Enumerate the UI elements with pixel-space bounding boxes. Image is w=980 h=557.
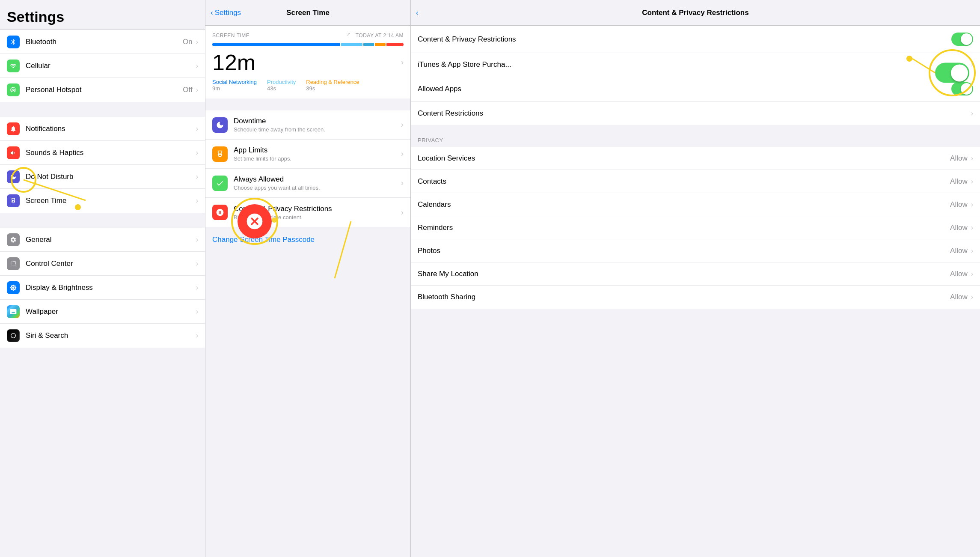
cp-allowed-apps-label: Allowed Apps <box>418 85 951 93</box>
alwaysallowed-chevron: › <box>401 179 404 188</box>
cp-reminders-label: Reminders <box>418 223 950 232</box>
option-alwaysallowed[interactable]: Always Allowed Choose apps you want at a… <box>205 169 410 198</box>
wallpaper-chevron: › <box>196 308 198 316</box>
cp-photos-chevron: › <box>971 247 973 255</box>
settings-item-siri[interactable]: Siri & Search › <box>0 324 205 348</box>
cp-share-location-chevron: › <box>971 270 973 278</box>
cp-share-location-value: Allow <box>950 270 968 278</box>
time-display-chevron: › <box>401 58 404 67</box>
cp-item-photos[interactable]: Photos Allow › <box>411 239 980 262</box>
cp-itunes-label: iTunes & App Store Purcha... <box>418 60 971 69</box>
siri-label: Siri & Search <box>26 331 196 340</box>
connectivity-list: Bluetooth On › Cellular › Personal Hotsp… <box>0 30 205 102</box>
donotdisturb-chevron: › <box>196 173 198 181</box>
cp-photos-label: Photos <box>418 247 950 255</box>
legend-social: Social Networking 9m <box>212 79 257 92</box>
downtime-text: Downtime Schedule time away from the scr… <box>234 117 401 133</box>
option-contentprivacy[interactable]: Content & Privacy Restrictions Block ina… <box>205 198 410 227</box>
cp-calendars-chevron: › <box>971 201 973 209</box>
cp-item-calendars[interactable]: Calendars Allow › <box>411 193 980 216</box>
settings-item-hotspot[interactable]: Personal Hotspot Off › <box>0 78 205 102</box>
notifications-icon <box>7 122 20 135</box>
cp-content-restrictions-chevron: › <box>971 110 973 117</box>
settings-item-donotdisturb[interactable]: Do Not Disturb › <box>0 165 205 189</box>
cp-bluetooth-label: Bluetooth Sharing <box>418 293 950 301</box>
cp-nav-title: Content & Privacy Restrictions <box>642 9 748 17</box>
bar-reading <box>363 43 374 46</box>
bluetooth-chevron: › <box>196 38 198 46</box>
back-chevron: ‹ <box>211 9 213 17</box>
alwaysallowed-icon <box>212 176 228 191</box>
downtime-title: Downtime <box>234 117 401 125</box>
settings-group-connectivity: Bluetooth On › Cellular › Personal Hotsp… <box>0 30 205 102</box>
settings-item-notifications[interactable]: Notifications › <box>0 117 205 141</box>
applimits-text: App Limits Set time limits for apps. <box>234 146 401 162</box>
sounds-icon <box>7 146 20 159</box>
settings-title: Settings <box>0 0 205 30</box>
screentime-time-display[interactable]: SCREEN TIME Today at 2:14 AM 12m Social … <box>205 26 410 98</box>
wallpaper-icon <box>7 305 20 318</box>
settings-item-controlcenter[interactable]: Control Center › <box>0 252 205 276</box>
contentprivacy-chevron: › <box>401 208 404 217</box>
cp-item-allowed-apps[interactable]: Allowed Apps <box>411 76 980 102</box>
cp-item-bluetooth[interactable]: Bluetooth Sharing Allow › <box>411 286 980 309</box>
screentime-chevron: › <box>196 197 198 205</box>
legend-reading-label: Reading & Reference <box>306 79 359 85</box>
cp-bluetooth-chevron: › <box>971 293 973 301</box>
legend-productivity: Productivity 43s <box>267 79 296 92</box>
screentime-label: Screen Time <box>26 197 196 205</box>
settings-item-cellular[interactable]: Cellular › <box>0 54 205 78</box>
settings-item-display[interactable]: Display & Brightness › <box>0 276 205 300</box>
cp-reminders-value: Allow <box>950 223 968 232</box>
hotspot-icon <box>7 83 20 96</box>
cp-item-contacts[interactable]: Contacts Allow › <box>411 170 980 193</box>
settings-group-notifications: Notifications › Sounds & Haptics › Do No… <box>0 117 205 213</box>
content-privacy-panel: ‹ Content & Privacy Restrictions Content… <box>411 0 980 557</box>
cp-item-share-location[interactable]: Share My Location Allow › <box>411 262 980 286</box>
cp-calendars-label: Calendars <box>418 200 950 209</box>
notifications-list: Notifications › Sounds & Haptics › Do No… <box>0 117 205 213</box>
cp-allowed-apps-knob <box>961 83 972 95</box>
hotspot-value: Off <box>183 86 192 94</box>
back-label: Settings <box>215 9 241 17</box>
cp-item-content-restrictions[interactable]: Content Restrictions › <box>411 102 980 125</box>
general-label: General <box>26 235 196 244</box>
notifications-chevron: › <box>196 125 198 133</box>
cp-back-button[interactable]: ‹ <box>416 9 419 17</box>
hotspot-chevron: › <box>196 86 198 94</box>
settings-item-bluetooth[interactable]: Bluetooth On › <box>0 30 205 54</box>
settings-item-wallpaper[interactable]: Wallpaper › <box>0 300 205 324</box>
cp-allowed-apps-toggle[interactable] <box>951 82 973 95</box>
cp-main-toggle[interactable] <box>951 33 973 46</box>
contentprivacy-dot <box>272 217 277 223</box>
cp-itunes-chevron: › <box>971 61 973 69</box>
display-chevron: › <box>196 284 198 292</box>
cp-privacy-section-header: PRIVACY <box>411 125 980 147</box>
cp-item-reminders[interactable]: Reminders Allow › <box>411 216 980 239</box>
bluetooth-value: On <box>183 38 193 46</box>
cp-item-itunes[interactable]: iTunes & App Store Purcha... › <box>411 53 980 76</box>
cp-reminders-chevron: › <box>971 224 973 232</box>
cp-item-location[interactable]: Location Services Allow › <box>411 147 980 170</box>
settings-item-screentime[interactable]: Screen Time › <box>0 189 205 213</box>
legend-social-time: 9m <box>212 85 257 92</box>
cp-main-toggle-row[interactable]: Content & Privacy Restrictions <box>411 26 980 53</box>
cp-location-label: Location Services <box>418 154 950 163</box>
settings-item-sounds[interactable]: Sounds & Haptics › <box>0 141 205 165</box>
option-downtime[interactable]: Downtime Schedule time away from the scr… <box>205 110 410 140</box>
change-passcode[interactable]: Change Screen Time Passcode <box>205 227 410 253</box>
cp-bluetooth-value: Allow <box>950 293 968 301</box>
screentime-back-button[interactable]: ‹ Settings <box>211 9 241 17</box>
controlcenter-label: Control Center <box>26 259 196 268</box>
screentime-dot-annotation <box>75 204 81 210</box>
settings-item-general[interactable]: General › <box>0 228 205 252</box>
applimits-subtitle: Set time limits for apps. <box>234 155 401 162</box>
cp-items-section: iTunes & App Store Purcha... › Allowed A… <box>411 53 980 125</box>
donotdisturb-icon <box>7 170 20 183</box>
settings-panel: Settings Bluetooth On › Cellular › <box>0 0 205 557</box>
cellular-icon <box>7 60 20 72</box>
cp-back-chevron: ‹ <box>416 9 419 17</box>
display-label: Display & Brightness <box>26 283 196 292</box>
applimits-icon <box>212 146 228 162</box>
option-applimits[interactable]: App Limits Set time limits for apps. › <box>205 140 410 169</box>
